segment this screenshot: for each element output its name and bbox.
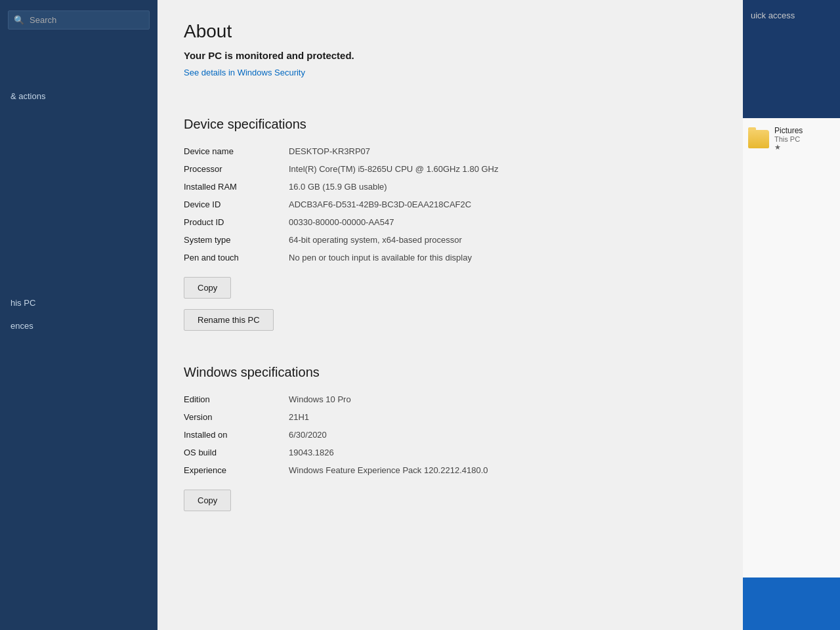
search-icon: 🔍	[14, 15, 24, 25]
main-content: About Your PC is monitored and protected…	[158, 0, 743, 630]
table-row: Device IDADCB3AF6-D531-42B9-BC3D-0EAA218…	[184, 196, 717, 213]
right-panel-blue-bar	[743, 578, 840, 630]
table-row: OS build19043.1826	[184, 444, 717, 461]
copy-windows-specs-button[interactable]: Copy	[184, 490, 231, 511]
sidebar-items: & actions his PC ences	[0, 40, 158, 630]
pictures-file-item[interactable]: Pictures This PC ★	[748, 126, 835, 152]
spec-label: Edition	[184, 390, 289, 408]
right-panel-top: uick access	[743, 0, 840, 118]
spec-label: Device ID	[184, 196, 289, 213]
quick-access-label: uick access	[748, 5, 835, 26]
table-row: Pen and touchNo pen or touch input is av…	[184, 249, 717, 266]
spec-value: 19043.1826	[289, 444, 717, 461]
sidebar: 🔍 & actions his PC ences	[0, 0, 158, 630]
table-row: Version21H1	[184, 408, 717, 426]
spec-value: Windows Feature Experience Pack 120.2212…	[289, 461, 717, 479]
device-specs-title: Device specifications	[184, 117, 717, 132]
table-row: ProcessorIntel(R) Core(TM) i5-8265U CPU …	[184, 160, 717, 178]
spec-value: Windows 10 Pro	[289, 390, 717, 408]
sidebar-item-this-pc[interactable]: his PC	[0, 291, 158, 314]
spec-label: Experience	[184, 461, 289, 479]
sidebar-item-label: his PC	[10, 298, 35, 308]
file-item-location: This PC	[774, 135, 803, 143]
spec-label: OS build	[184, 444, 289, 461]
right-panel: uick access Pictures This PC ★	[743, 0, 840, 630]
folder-icon	[748, 130, 769, 148]
file-item-info: Pictures This PC ★	[774, 126, 803, 152]
spec-value: No pen or touch input is available for t…	[289, 249, 717, 266]
spec-label: Version	[184, 408, 289, 426]
search-box[interactable]: 🔍	[8, 10, 150, 30]
spec-label: Installed RAM	[184, 178, 289, 196]
spec-value: 00330-80000-00000-AA547	[289, 213, 717, 231]
windows-specs-title: Windows specifications	[184, 365, 717, 380]
table-row: EditionWindows 10 Pro	[184, 390, 717, 408]
spec-value: 16.0 GB (15.9 GB usable)	[289, 178, 717, 196]
spec-value: 6/30/2020	[289, 426, 717, 444]
pin-icon: ★	[774, 143, 803, 152]
spec-value: DESKTOP-KR3RP07	[289, 142, 717, 160]
copy-device-specs-button[interactable]: Copy	[184, 277, 231, 299]
spec-label: Processor	[184, 160, 289, 178]
spec-label: Pen and touch	[184, 249, 289, 266]
table-row: Product ID00330-80000-00000-AA547	[184, 213, 717, 231]
rename-pc-button[interactable]: Rename this PC	[184, 309, 274, 331]
right-panel-bottom: Pictures This PC ★	[743, 118, 840, 578]
security-link[interactable]: See details in Windows Security	[184, 68, 305, 77]
sidebar-item-ences[interactable]: ences	[0, 314, 158, 337]
search-input[interactable]	[30, 15, 144, 25]
spec-label: System type	[184, 231, 289, 249]
table-row: ExperienceWindows Feature Experience Pac…	[184, 461, 717, 479]
page-title: About	[184, 21, 717, 42]
spec-value: 64-bit operating system, x64-based proce…	[289, 231, 717, 249]
sidebar-item-actions[interactable]: & actions	[0, 85, 158, 108]
table-row: Installed RAM16.0 GB (15.9 GB usable)	[184, 178, 717, 196]
table-row: Device nameDESKTOP-KR3RP07	[184, 142, 717, 160]
table-row: System type64-bit operating system, x64-…	[184, 231, 717, 249]
spec-value: 21H1	[289, 408, 717, 426]
spec-value: ADCB3AF6-D531-42B9-BC3D-0EAA218CAF2C	[289, 196, 717, 213]
spec-label: Device name	[184, 142, 289, 160]
table-row: Installed on6/30/2020	[184, 426, 717, 444]
protection-status: Your PC is monitored and protected.	[184, 50, 717, 61]
device-specs-table: Device nameDESKTOP-KR3RP07ProcessorIntel…	[184, 142, 717, 266]
spec-value: Intel(R) Core(TM) i5-8265U CPU @ 1.60GHz…	[289, 160, 717, 178]
spec-label: Product ID	[184, 213, 289, 231]
sidebar-item-label: ences	[10, 321, 33, 331]
sidebar-item-label: & actions	[10, 91, 45, 101]
windows-specs-table: EditionWindows 10 ProVersion21H1Installe…	[184, 390, 717, 479]
file-item-name: Pictures	[774, 126, 803, 135]
spec-label: Installed on	[184, 426, 289, 444]
